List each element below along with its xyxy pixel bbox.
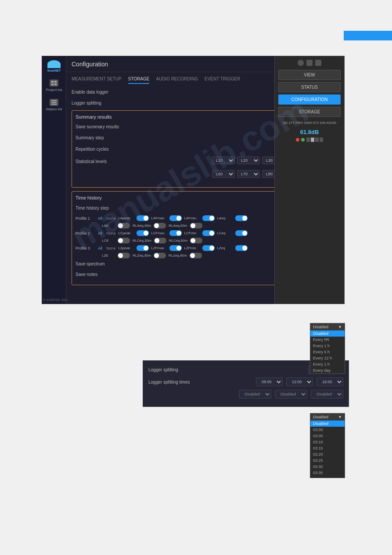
profile3-eq-toggle[interactable] <box>235 245 248 251</box>
sidebar-item-station-list[interactable]: Station list <box>42 95 66 115</box>
profile2-rleq60-toggle[interactable] <box>190 238 202 243</box>
profile3-min-toggle[interactable] <box>202 245 215 251</box>
stat-level-6[interactable]: L60 <box>212 170 235 178</box>
disabled-select-2[interactable]: Disabled <box>275 390 307 399</box>
profile2-none[interactable]: None <box>106 231 116 236</box>
dropdown2-scroll[interactable]: Disabled 03:00 03:05 03:10 03:15 03:20 0… <box>310 421 345 478</box>
profile3-peak-toggle[interactable] <box>137 245 149 251</box>
bar2 <box>311 138 314 142</box>
save-summary-label: Save summary results <box>76 124 119 129</box>
dropdown1-item-every1h2[interactable]: Every 1 h <box>310 361 345 367</box>
profile3-ae-label: LZE <box>102 254 115 258</box>
time-history-step-label: Time history step <box>76 206 109 210</box>
disabled-select-1[interactable]: Disabled <box>239 390 271 399</box>
dropdown1-item-every5r[interactable]: Every 5R <box>310 337 345 343</box>
profile2-peak-toggle[interactable] <box>137 230 149 236</box>
profile1-ae-toggle[interactable] <box>118 223 130 229</box>
time3-select[interactable]: 16:00 <box>316 377 343 386</box>
time1-select[interactable]: 08:00 <box>256 377 283 386</box>
profile3-all[interactable]: All <box>98 246 102 250</box>
dropdown2-item-0330[interactable]: 03:30 <box>310 464 345 470</box>
tab-storage[interactable]: STORAGE <box>128 75 150 84</box>
profile1-max-label: LAFmax <box>151 216 167 220</box>
bar1 <box>306 138 310 142</box>
dropdown2-item-0325[interactable]: 03:25 <box>310 457 345 464</box>
profile2-min-label: LCFmin <box>184 231 200 235</box>
svg-rect-5 <box>51 102 57 103</box>
dropdown1-item-everyday[interactable]: Every day <box>310 367 345 374</box>
sidebar: SvanNET Project list Station list © SVAN… <box>42 56 66 304</box>
dropdown1-header-label: Disabled <box>313 325 328 329</box>
dropdown2-item-0315[interactable]: 03:15 <box>310 445 345 451</box>
profile1-eq-toggle[interactable] <box>235 215 248 221</box>
profile2-ae-toggle[interactable] <box>118 238 130 243</box>
profile2-ae-label: LCE <box>102 239 115 243</box>
dropdown1-item-every1h[interactable]: Every 1 h <box>310 343 345 349</box>
profile1-peak-label: LApeak <box>119 216 134 220</box>
statistical-levels-label: Statistical levels <box>76 159 107 164</box>
summary-step-label: Summary step <box>76 135 104 140</box>
profile3-max-toggle[interactable] <box>169 245 182 251</box>
profile3-eq-label: LZeq <box>217 246 233 250</box>
enable-data-logger-label: Enable data logger <box>72 90 108 94</box>
dropdown2-item-0320[interactable]: 03:20 <box>310 451 345 457</box>
storage-button[interactable]: STORAGE <box>278 107 341 117</box>
profile1-eq-label: LAeq <box>217 216 233 220</box>
profile2-rleq30-label: RLCeq,30m <box>133 239 151 243</box>
profile2-max-toggle[interactable] <box>169 230 182 236</box>
alarm-icon <box>296 138 299 141</box>
status-button[interactable]: STATUS <box>278 82 341 92</box>
profile3-rleq30-toggle[interactable] <box>154 253 166 258</box>
profile1-rleq30-toggle[interactable] <box>154 223 166 229</box>
profile1-max-toggle[interactable] <box>169 215 182 221</box>
notifications-icon <box>306 60 313 66</box>
profile1-peak-toggle[interactable] <box>137 215 149 221</box>
dropdown2-item-0305[interactable]: 03:05 <box>310 433 345 439</box>
stat-level-1[interactable]: L10 <box>212 156 235 164</box>
dropdown2-item-0300[interactable]: 03:00 <box>310 427 345 433</box>
configuration-button[interactable]: CONFIGURATION <box>278 94 341 105</box>
profile1-min-toggle[interactable] <box>202 215 215 221</box>
profile2-max-label: LCFmax <box>151 231 167 235</box>
tab-measurement-setup[interactable]: MEASUREMENT SETUP <box>72 75 122 84</box>
time2-select[interactable]: 12:00 <box>286 377 313 386</box>
profile2-all[interactable]: All <box>98 231 102 236</box>
dropdown2-item-0335[interactable]: 03:35 <box>310 470 345 476</box>
svg-rect-3 <box>54 83 57 85</box>
dropdown1-item-every6h[interactable]: Every 6 h <box>310 349 345 355</box>
dropdown1-header[interactable]: Disabled ▼ <box>310 323 345 330</box>
profile1-none[interactable]: None <box>106 216 116 221</box>
profile2-eq-toggle[interactable] <box>235 230 248 236</box>
tab-event-trigger[interactable]: EVENT TRIGGER <box>205 75 240 84</box>
sidebar-item-project-list[interactable]: Project list <box>42 76 66 95</box>
profile1-all[interactable]: All <box>98 216 102 221</box>
profile2-rleq60-label: RLCeq,60m <box>169 239 188 243</box>
right-panel: VIEW STATUS CONFIGURATION STORAGE SD 277… <box>274 56 345 304</box>
tab-audio-recording[interactable]: AUDIO RECORDING <box>156 75 198 84</box>
profile3-ae-toggle[interactable] <box>118 253 130 258</box>
profile2-min-toggle[interactable] <box>202 230 215 236</box>
view-button[interactable]: VIEW <box>278 70 341 80</box>
logger-splitting-label: Logger splitting <box>72 101 101 105</box>
stat-level-2[interactable]: L20 <box>237 156 260 164</box>
profile3-label: Profile 3 <box>76 246 95 250</box>
profile3-none[interactable]: None <box>106 246 116 250</box>
dropdown2-item-disabled[interactable]: Disabled <box>310 421 345 427</box>
bar-indicators <box>306 138 323 142</box>
profile1-rleq60-toggle[interactable] <box>190 223 202 229</box>
svg-rect-6 <box>51 104 57 105</box>
profile3-rleq30-label: RLZeq,30m <box>133 254 151 258</box>
dropdown1-item-every12h[interactable]: Every 12 h <box>310 355 345 361</box>
profile3-min-label: LZFmin <box>184 246 200 250</box>
dropdown2-item-0310[interactable]: 03:10 <box>310 439 345 445</box>
disabled-select-3[interactable]: Disabled <box>311 390 343 399</box>
dropdown2-item-0340[interactable]: 03:40 <box>310 476 345 478</box>
dropdown2-header[interactable]: Disabled ▼ <box>310 414 345 421</box>
profile2-rleq30-toggle[interactable] <box>154 238 166 243</box>
profile3-peak-label: LZpeak <box>119 246 134 250</box>
profile1-rleq30-label: RLAeq,30m <box>133 224 151 228</box>
save-notes-label: Save notes <box>76 272 97 277</box>
profile3-rleq60-toggle[interactable] <box>190 253 202 258</box>
dropdown1-item-disabled[interactable]: Disabled <box>310 330 345 337</box>
stat-level-7[interactable]: L70 <box>237 170 260 178</box>
